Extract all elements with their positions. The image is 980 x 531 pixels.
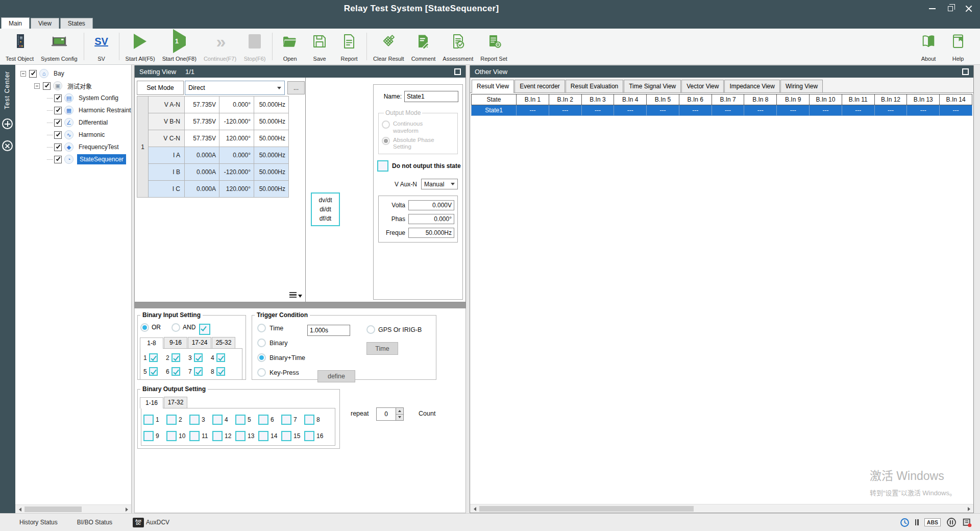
tab-result-evaluation[interactable]: Result Evaluation <box>566 80 623 92</box>
tree-item-statesequencer[interactable]: ◔StateSequencer <box>15 153 131 165</box>
sv-button[interactable]: SV SV <box>87 29 116 64</box>
binary-input-4-checkbox[interactable] <box>216 353 225 362</box>
tab-impedance-view[interactable]: Impedance View <box>724 80 780 92</box>
or-radio[interactable] <box>140 323 149 332</box>
binary-input-2-checkbox[interactable] <box>172 353 180 362</box>
tab-wiring-view[interactable]: Wiring View <box>780 80 823 92</box>
binary-output-2-checkbox[interactable] <box>166 415 177 425</box>
spin-down-icon[interactable] <box>396 415 403 421</box>
tree-item-harmonic[interactable]: ∿Harmonic <box>15 129 131 141</box>
signal-phase-cell[interactable]: 120.000° <box>219 181 254 198</box>
tab-view[interactable]: View <box>31 18 59 29</box>
binary-output-11-checkbox[interactable] <box>189 431 200 441</box>
tab-time-signal-view[interactable]: Time Signal View <box>624 80 681 92</box>
more-button[interactable]: ... <box>287 81 305 94</box>
repeat-spinner[interactable]: 0 <box>376 407 404 421</box>
scroll-right-icon[interactable] <box>965 505 973 513</box>
collapse-icon[interactable] <box>34 83 40 89</box>
binary-output-8-checkbox[interactable] <box>304 415 314 425</box>
trigger-option-binary-time[interactable]: Binary+Time <box>257 353 305 362</box>
tree-item-frequencytest[interactable]: ◆FrequencyTest <box>15 141 131 153</box>
binary-output-15-checkbox[interactable] <box>281 431 291 441</box>
signal-row-v-a-n[interactable]: 1V A-N57.735V0.000°50.000Hz <box>137 96 289 113</box>
help-button[interactable]: Help <box>943 29 973 64</box>
system-config-button[interactable]: System Config <box>37 29 81 64</box>
signal-freq-cell[interactable]: 50.000Hz <box>254 96 289 113</box>
signal-phase-cell[interactable]: 0.000° <box>219 147 254 164</box>
signal-phase-cell[interactable]: 0.000° <box>219 96 254 113</box>
start-one-button[interactable]: 1 Start One(F8) <box>159 29 200 64</box>
tab-event-recorder[interactable]: Event recorder <box>514 80 565 92</box>
checkbox[interactable] <box>54 143 62 151</box>
collapse-icon[interactable] <box>20 71 26 77</box>
binary-output-4-checkbox[interactable] <box>212 415 223 425</box>
checkbox[interactable] <box>54 94 62 102</box>
horizontal-splitter[interactable] <box>134 302 466 308</box>
set-mode-select[interactable]: Direct <box>185 81 285 95</box>
tab-17-32[interactable]: 17-32 <box>164 397 187 408</box>
checkbox[interactable] <box>54 107 62 114</box>
binary-output-12-checkbox[interactable] <box>212 431 223 441</box>
bi-select-all-checkbox[interactable] <box>199 324 210 335</box>
tab-states[interactable]: States <box>60 18 93 29</box>
checkbox[interactable] <box>43 82 51 90</box>
tree-item-system-config[interactable]: ▤System Config <box>15 92 131 104</box>
scroll-left-icon[interactable] <box>471 505 479 513</box>
save-button[interactable]: Save <box>305 29 334 64</box>
other-view-horizontal-scrollbar[interactable] <box>470 504 973 513</box>
volta-field[interactable]: 0.000V <box>408 200 454 210</box>
checkbox[interactable] <box>54 119 62 127</box>
define-button[interactable]: define <box>317 370 355 382</box>
signal-freq-cell[interactable]: 50.000Hz <box>254 164 289 181</box>
binary-input-7-checkbox[interactable] <box>194 367 203 376</box>
tab-1-16[interactable]: 1-16 <box>140 397 163 408</box>
time-button[interactable]: Time <box>366 342 398 355</box>
about-button[interactable]: About <box>914 29 943 64</box>
signal-amp-cell[interactable]: 57.735V <box>185 113 219 130</box>
signal-amp-cell[interactable]: 57.735V <box>185 96 219 113</box>
sort-rows-icon[interactable] <box>289 292 302 298</box>
signal-freq-cell[interactable]: 50.000Hz <box>254 113 289 130</box>
clear-result-button[interactable]: Clear Result <box>370 29 408 64</box>
and-radio[interactable] <box>172 323 180 332</box>
binary-output-7-checkbox[interactable] <box>281 415 291 425</box>
signal-amp-cell[interactable]: 0.000A <box>185 147 219 164</box>
report-set-button[interactable]: Report Set <box>477 29 511 64</box>
trigger-time-input[interactable] <box>307 325 350 336</box>
signal-amp-cell[interactable]: 0.000A <box>185 164 219 181</box>
do-not-output-checkbox[interactable] <box>377 160 388 172</box>
restore-button[interactable] <box>941 0 960 17</box>
start-all-button[interactable]: Start All(F5) <box>122 29 159 64</box>
tab-main[interactable]: Main <box>1 17 30 29</box>
binary-input-1-checkbox[interactable] <box>149 353 158 362</box>
signal-freq-cell[interactable]: 50.000Hz <box>254 147 289 164</box>
maximize-panel-icon[interactable] <box>454 68 461 75</box>
signal-phase-cell[interactable]: -120.000° <box>219 113 254 130</box>
binary-output-13-checkbox[interactable] <box>235 431 246 441</box>
scrollbar-thumb[interactable] <box>479 506 694 512</box>
tab-17-24[interactable]: 17-24 <box>188 337 211 348</box>
binary-output-14-checkbox[interactable] <box>258 431 268 441</box>
tab-1-8[interactable]: 1-8 <box>140 337 163 349</box>
signal-phase-cell[interactable]: -120.000° <box>219 164 254 181</box>
checkbox[interactable] <box>54 156 62 163</box>
gps-option[interactable]: GPS Or IRIG-B <box>366 325 422 334</box>
trigger-option-key-press[interactable]: Key-Press <box>257 368 305 377</box>
state-name-input[interactable] <box>404 91 458 102</box>
tab-9-16[interactable]: 9-16 <box>164 337 187 348</box>
spin-up-icon[interactable] <box>396 408 403 415</box>
binary-input-8-checkbox[interactable] <box>216 367 225 376</box>
tab-25-32[interactable]: 25-32 <box>212 337 235 348</box>
add-icon[interactable] <box>2 118 13 129</box>
signal-row-i-a[interactable]: I A0.000A0.000°50.000Hz <box>137 147 289 164</box>
tree-item-test-object[interactable]: ▣ 测试对象 <box>15 80 131 92</box>
signal-row-i-b[interactable]: I B0.000A-120.000°50.000Hz <box>137 164 289 181</box>
result-row-state1[interactable]: State1----------------------------------… <box>472 105 972 116</box>
signal-amp-cell[interactable]: 57.735V <box>185 130 219 147</box>
scroll-right-icon[interactable] <box>122 505 131 513</box>
comment-button[interactable]: Comment <box>408 29 439 64</box>
signal-row-v-b-n[interactable]: V B-N57.735V-120.000°50.000Hz <box>137 113 289 130</box>
signal-freq-cell[interactable]: 50.000Hz <box>254 181 289 198</box>
trigger-option-time[interactable]: Time <box>257 324 305 332</box>
signal-amp-cell[interactable]: 0.000A <box>185 181 219 198</box>
